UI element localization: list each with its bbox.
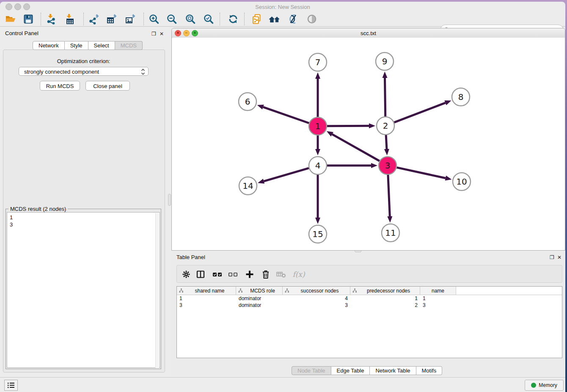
optimization-criterion-label: Optimization criterion:: [0, 58, 167, 64]
export-table-icon[interactable]: [105, 13, 119, 25]
toolbar-separator: [143, 13, 144, 25]
table-cell[interactable]: 3: [420, 302, 456, 309]
zoom-out-icon[interactable]: [165, 13, 179, 25]
graph-edge-arrowhead: [315, 72, 320, 79]
split-pane-icon[interactable]: [195, 269, 206, 280]
graph-edge-arrowhead: [369, 123, 375, 128]
graph-edge-arrowhead: [383, 72, 388, 78]
table-tabs: Node Table Edge Table Network Table Moti…: [292, 366, 442, 375]
column-header-predecessor-nodes[interactable]: predecessor nodes: [350, 287, 420, 295]
network-graph[interactable]: 7968124314101511: [172, 38, 565, 250]
add-column-icon[interactable]: [244, 269, 256, 280]
close-table-panel-icon[interactable]: ✕: [557, 254, 561, 260]
column-type-icon: [179, 288, 184, 293]
tab-network-table[interactable]: Network Table: [370, 366, 416, 375]
level-of-detail-icon[interactable]: [305, 13, 319, 25]
tab-motifs[interactable]: Motifs: [416, 366, 443, 375]
table-cell[interactable]: 3: [283, 302, 350, 309]
graph-edge-3-10[interactable]: [396, 168, 445, 178]
tab-node-table[interactable]: Node Table: [292, 366, 331, 375]
zoom-in-icon[interactable]: [147, 13, 161, 25]
graph-edge-arrowhead: [315, 218, 320, 224]
tab-select[interactable]: Select: [88, 41, 115, 50]
table-header-row: shared nameMCDS rolesuccessor nodesprede…: [177, 287, 562, 295]
vertical-splitter-handle[interactable]: [168, 194, 171, 206]
column-type-icon: [238, 288, 243, 293]
table-cell[interactable]: 1: [177, 295, 236, 302]
tab-edge-table[interactable]: Edge Table: [331, 366, 370, 375]
network-window-title: scc.txt: [172, 30, 565, 36]
list-icon: [7, 382, 15, 389]
delete-column-icon[interactable]: [260, 269, 272, 280]
tab-network[interactable]: Network: [33, 41, 65, 50]
column-type-icon: [285, 288, 289, 293]
graph-node-label: 7: [315, 57, 321, 67]
run-mcds-button[interactable]: Run MCDS: [40, 81, 80, 91]
import-network-icon[interactable]: [44, 13, 58, 25]
column-header-successor-nodes[interactable]: successor nodes: [283, 287, 350, 295]
refresh-layout-icon[interactable]: [226, 13, 240, 25]
float-panel-icon[interactable]: ❐: [151, 31, 156, 37]
graph-edge-arrowhead: [445, 176, 452, 181]
graph-edge-2-9[interactable]: [385, 78, 385, 116]
network-canvas[interactable]: 7968124314101511: [172, 38, 565, 250]
graph-edge-3-1[interactable]: [332, 134, 380, 161]
table-row[interactable]: 3dominator323: [177, 302, 562, 309]
tab-style[interactable]: Style: [65, 41, 88, 50]
table-cell[interactable]: dominator: [236, 302, 283, 309]
table-cell[interactable]: 1: [420, 295, 456, 302]
table-cell[interactable]: 3: [177, 302, 236, 309]
column-header-MCDS-role[interactable]: MCDS role: [236, 287, 283, 295]
export-image-icon[interactable]: [123, 13, 138, 25]
table-cell[interactable]: 4: [283, 295, 350, 302]
save-session-icon[interactable]: [21, 13, 36, 25]
close-panel-icon[interactable]: ✕: [160, 31, 164, 37]
mcds-result-text: 1 3: [10, 214, 13, 228]
column-header-label: predecessor nodes: [357, 288, 420, 294]
mcds-scrollbar[interactable]: [155, 213, 159, 368]
column-type-icon: [352, 288, 357, 293]
clone-network-icon[interactable]: [250, 13, 264, 25]
column-header-label: shared name: [184, 288, 236, 294]
table-settings-icon[interactable]: [180, 269, 192, 280]
float-table-panel-icon[interactable]: ❐: [550, 254, 554, 260]
network-window-titlebar[interactable]: × − + scc.txt: [172, 28, 565, 38]
table-cell[interactable]: 1: [350, 295, 420, 302]
graphics-details-icon[interactable]: [286, 13, 300, 25]
status-bar: [0, 377, 565, 392]
node-table: shared nameMCDS rolesuccessor nodesprede…: [176, 286, 562, 358]
table-cell[interactable]: dominator: [236, 295, 283, 302]
open-recent-icon[interactable]: [267, 13, 282, 25]
select-all-columns-icon[interactable]: [212, 269, 223, 280]
memory-button[interactable]: Memory: [525, 380, 564, 391]
graph-node-label: 8: [458, 92, 464, 102]
close-panel-button[interactable]: Close panel: [85, 81, 130, 91]
export-network-icon[interactable]: [87, 13, 101, 25]
graph-edge-4-14[interactable]: [264, 168, 308, 181]
graph-edge-1-2[interactable]: [327, 126, 369, 126]
control-panel-tabs: Network Style Select MCDS: [33, 41, 143, 50]
open-session-icon[interactable]: [3, 13, 18, 25]
graph-node-label: 15: [312, 229, 323, 239]
deselect-all-columns-icon[interactable]: [227, 269, 239, 280]
optimization-criterion-select[interactable]: strongly connected component: [19, 67, 149, 76]
task-history-button[interactable]: [4, 380, 18, 391]
graph-edge-2-3[interactable]: [386, 135, 387, 149]
column-header-name[interactable]: name: [420, 287, 456, 295]
graph-edge-2-8[interactable]: [394, 103, 446, 122]
column-header-shared-name[interactable]: shared name: [177, 287, 236, 295]
function-builder-icon[interactable]: f(x): [290, 269, 307, 280]
graph-edge-arrowhead: [327, 131, 333, 137]
table-row[interactable]: 1dominator411: [177, 295, 562, 302]
table-cell[interactable]: 2: [350, 302, 420, 309]
table-toolbar: f(x): [176, 265, 562, 283]
delete-table-icon[interactable]: [275, 269, 287, 280]
mcds-result-textarea[interactable]: 1 3: [7, 212, 160, 368]
zoom-fit-icon[interactable]: [183, 13, 198, 25]
zoom-selected-icon[interactable]: [201, 13, 216, 25]
graph-edge-1-6[interactable]: [263, 107, 309, 123]
import-table-icon[interactable]: [63, 13, 77, 25]
graph-edge-3-11[interactable]: [388, 175, 390, 216]
tab-mcds[interactable]: MCDS: [115, 41, 143, 50]
optimization-criterion-value: strongly connected component: [24, 69, 99, 75]
